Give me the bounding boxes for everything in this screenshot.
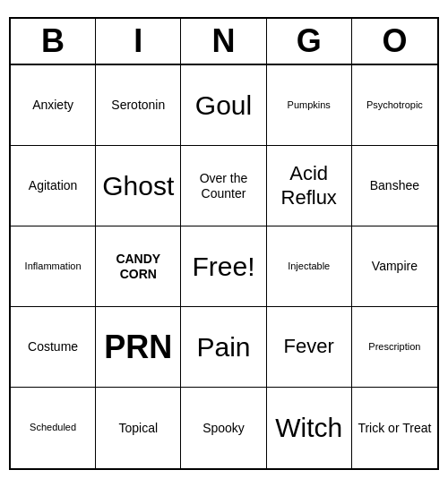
bingo-cell-22: Spooky: [181, 388, 266, 468]
bingo-cell-16: PRN: [96, 307, 181, 388]
header-letter-n: N: [181, 19, 266, 64]
cell-text-1: Serotonin: [111, 98, 165, 113]
cell-text-8: Acid Reflux: [271, 162, 348, 209]
bingo-cell-10: Inflammation: [11, 226, 96, 307]
bingo-cell-3: Pumpkins: [267, 65, 352, 146]
cell-text-4: Psychotropic: [366, 99, 423, 111]
bingo-cell-1: Serotonin: [96, 65, 181, 146]
bingo-cell-5: Agitation: [11, 146, 96, 226]
cell-text-17: Pain: [196, 331, 250, 363]
bingo-cell-7: Over the Counter: [181, 146, 266, 226]
cell-text-9: Banshee: [370, 178, 419, 193]
cell-text-15: Costume: [28, 339, 78, 355]
bingo-cell-8: Acid Reflux: [267, 146, 352, 226]
bingo-cell-17: Pain: [181, 307, 266, 388]
bingo-cell-2: Goul: [181, 65, 266, 146]
bingo-cell-13: Injectable: [267, 226, 352, 307]
cell-text-14: Vampire: [372, 259, 418, 274]
cell-text-11: CANDY CORN: [99, 252, 177, 282]
header-letter-i: I: [96, 19, 181, 64]
bingo-cell-23: Witch: [267, 388, 352, 468]
cell-text-2: Goul: [195, 90, 252, 122]
cell-text-18: Fever: [284, 335, 334, 358]
bingo-cell-9: Banshee: [352, 146, 437, 226]
bingo-cell-21: Topical: [96, 388, 181, 468]
cell-text-16: PRN: [104, 328, 172, 366]
bingo-header: BINGO: [11, 19, 437, 65]
bingo-cell-24: Trick or Treat: [352, 388, 437, 468]
header-letter-b: B: [11, 19, 96, 64]
cell-text-22: Spooky: [202, 421, 245, 436]
bingo-cell-18: Fever: [267, 307, 352, 388]
cell-text-6: Ghost: [102, 170, 174, 202]
bingo-cell-11: CANDY CORN: [96, 226, 181, 307]
cell-text-5: Agitation: [29, 178, 77, 193]
cell-text-21: Topical: [118, 421, 158, 436]
cell-text-23: Witch: [275, 412, 342, 444]
bingo-cell-19: Prescription: [352, 307, 437, 388]
cell-text-13: Injectable: [288, 261, 330, 272]
cell-text-0: Anxiety: [32, 98, 73, 113]
bingo-cell-15: Costume: [11, 307, 96, 388]
bingo-cell-20: Scheduled: [11, 388, 96, 468]
cell-text-24: Trick or Treat: [358, 421, 431, 436]
bingo-cell-4: Psychotropic: [352, 65, 437, 146]
cell-text-7: Over the Counter: [185, 171, 262, 201]
bingo-cell-12: Free!: [181, 226, 266, 307]
cell-text-19: Prescription: [368, 341, 420, 353]
bingo-cell-6: Ghost: [96, 146, 181, 226]
bingo-card: BINGO AnxietySerotoninGoulPumpkinsPsycho…: [9, 17, 439, 470]
bingo-cell-14: Vampire: [352, 226, 437, 307]
header-letter-o: O: [352, 19, 437, 64]
cell-text-12: Free!: [192, 251, 254, 283]
cell-text-10: Inflammation: [25, 261, 82, 272]
bingo-grid: AnxietySerotoninGoulPumpkinsPsychotropic…: [11, 65, 437, 468]
header-letter-g: G: [267, 19, 352, 64]
cell-text-3: Pumpkins: [288, 99, 331, 111]
bingo-cell-0: Anxiety: [11, 65, 96, 146]
cell-text-20: Scheduled: [30, 422, 76, 433]
